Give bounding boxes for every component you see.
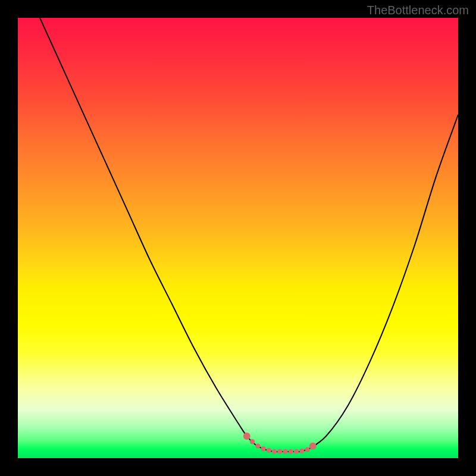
marker-dot: [294, 449, 299, 454]
bottleneck-curve: [40, 18, 458, 452]
marker-dot: [267, 448, 271, 453]
chart-plot-area: [18, 18, 458, 458]
marker-dot: [277, 449, 282, 454]
chart-svg: [18, 18, 458, 458]
marker-dot: [255, 443, 260, 448]
marker-dot: [283, 449, 287, 454]
marker-dot: [289, 449, 293, 454]
marker-dot: [250, 439, 255, 444]
marker-dot: [272, 449, 277, 454]
marker-dot: [299, 449, 304, 453]
marker-dot: [309, 443, 317, 450]
marker-dot: [243, 433, 250, 440]
marker-dot: [305, 447, 309, 452]
curve-lines: [40, 18, 458, 452]
marker-dot: [261, 446, 265, 451]
watermark-text: TheBottleneck.com: [367, 4, 469, 17]
